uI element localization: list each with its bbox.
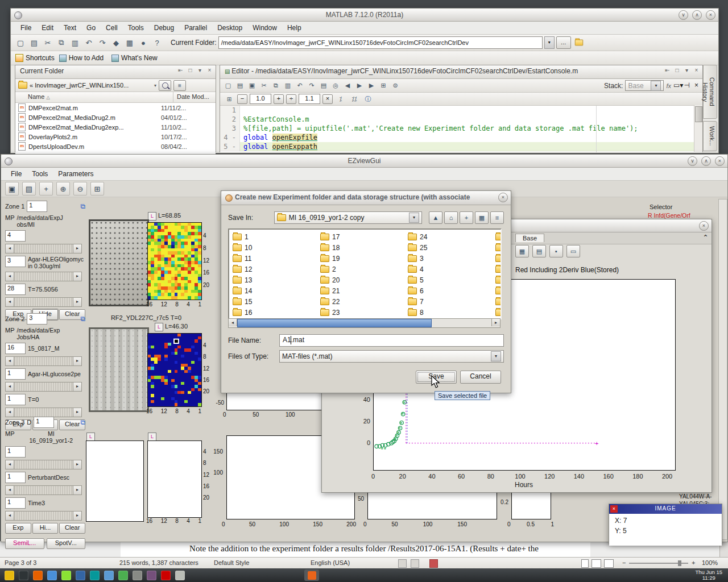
search-icon[interactable] bbox=[159, 80, 171, 91]
zoom-level[interactable]: 100% bbox=[702, 559, 718, 566]
word-count[interactable]: 215 words, 1,387 characters bbox=[119, 559, 198, 566]
close-button[interactable] bbox=[699, 221, 709, 231]
editor-scrollbar[interactable] bbox=[694, 105, 702, 152]
scroll-left-icon[interactable] bbox=[229, 319, 237, 326]
folder-item[interactable]: 5 bbox=[408, 275, 427, 285]
document-modified-icon[interactable] bbox=[429, 559, 438, 568]
zone3-exp-button[interactable]: Exp bbox=[5, 523, 31, 534]
clock[interactable]: Thu Jun 15 11:29 bbox=[695, 569, 722, 581]
current-folder-input[interactable]: /media/data/EASY/InovImager_jwrCF_WINLin… bbox=[218, 36, 543, 49]
paste-icon[interactable]: ▥ bbox=[69, 36, 81, 49]
file-row[interactable]: DpertsUploadDev.m 08/04/2... bbox=[15, 142, 216, 151]
cancel-button[interactable]: Cancel bbox=[460, 371, 501, 384]
zone1-field2[interactable]: 3 bbox=[5, 256, 26, 267]
grid-view-icon[interactable]: ▦ bbox=[475, 211, 489, 224]
folder-list[interactable]: 110111213141516 171819220212223 24253456… bbox=[228, 228, 502, 319]
zone1-slider2[interactable] bbox=[5, 272, 82, 281]
zone3-field3[interactable]: 1 bbox=[5, 497, 26, 509]
selector-item[interactable]: R Infd(Gene/Orf bbox=[648, 212, 690, 219]
link-icon[interactable]: ⧉ bbox=[80, 418, 85, 426]
folder-item[interactable]: 25 bbox=[408, 242, 427, 253]
side-tab[interactable]: Command History bbox=[703, 65, 717, 119]
system-monitor-icon[interactable] bbox=[161, 571, 171, 580]
info-icon[interactable]: ⓘ bbox=[362, 94, 374, 104]
zone2-field2[interactable]: 1 bbox=[5, 368, 26, 380]
maximize-panel-icon[interactable]: □ bbox=[673, 67, 681, 74]
editor-layout-icon[interactable]: ▭▾ bbox=[673, 82, 681, 89]
minimize-button[interactable] bbox=[688, 156, 697, 166]
run-icon[interactable]: ▶ bbox=[366, 80, 377, 92]
print-icon[interactable]: ▤ bbox=[318, 80, 329, 92]
overwrite-mode-icon[interactable] bbox=[411, 559, 419, 568]
selection-mode-icon[interactable] bbox=[398, 559, 407, 568]
save-in-dropdown[interactable]: MI 16_0919_yor1-2 copy bbox=[274, 211, 422, 224]
scrollbar-thumb[interactable] bbox=[695, 106, 702, 122]
file-manager-icon[interactable] bbox=[47, 571, 57, 580]
dropdown-arrow-icon[interactable] bbox=[491, 351, 501, 361]
image-viewer-icon[interactable] bbox=[147, 571, 156, 580]
cut-icon[interactable]: ✂ bbox=[258, 80, 270, 92]
back-icon[interactable]: ◀ bbox=[342, 80, 353, 92]
editor-code[interactable]: 12%EstartConsole.m3%[file,path] = uiputf… bbox=[220, 106, 702, 152]
matlab-titlebar[interactable]: MATLAB 7.12.0 (R2011a) bbox=[11, 9, 718, 22]
office-writer-icon[interactable] bbox=[104, 571, 114, 580]
code-line[interactable]: 3%[file,path] = uiputfile('.mat','Create… bbox=[220, 124, 702, 133]
menu-item[interactable]: Tools bbox=[123, 22, 149, 34]
side-tab[interactable]: Work... bbox=[703, 121, 717, 151]
profiler-icon[interactable]: ● bbox=[137, 36, 150, 49]
file-name-input[interactable]: A1.mat bbox=[279, 334, 504, 347]
zone3-slider1[interactable] bbox=[5, 460, 82, 469]
maximize-button[interactable] bbox=[701, 156, 711, 166]
shortcut-item[interactable]: What's New bbox=[111, 54, 158, 62]
files-of-type-dropdown[interactable]: MAT-files (*.mat) bbox=[279, 350, 504, 363]
menu-item[interactable]: Parameters bbox=[53, 168, 98, 180]
zone3-right-l-toggle[interactable]: L bbox=[148, 433, 156, 441]
text-editor-icon[interactable] bbox=[61, 571, 71, 580]
undo-icon[interactable]: ↶ bbox=[82, 36, 95, 49]
scroll-right-icon[interactable] bbox=[491, 319, 500, 326]
save-icon[interactable]: ▣ bbox=[5, 182, 19, 196]
column-header-name[interactable]: Name △ bbox=[15, 92, 173, 102]
list-view-icon[interactable]: ≡ bbox=[490, 211, 504, 224]
dialog-titlebar[interactable]: Create new Experiment folder and data st… bbox=[221, 191, 511, 205]
folder-item[interactable]: 19 bbox=[320, 253, 340, 264]
menu-item[interactable]: File bbox=[6, 168, 27, 180]
folder-item[interactable]: 13 bbox=[233, 275, 252, 285]
zone1-field1[interactable]: 4 bbox=[5, 230, 26, 242]
menu-item[interactable]: Desktop bbox=[212, 22, 247, 34]
folder-item[interactable]: 15 bbox=[233, 296, 252, 307]
multi-page-view-icon[interactable] bbox=[592, 559, 601, 568]
menu-item[interactable]: Window bbox=[247, 22, 282, 34]
forward-icon[interactable]: ▶ bbox=[354, 80, 365, 92]
help-icon[interactable]: ? bbox=[151, 36, 163, 49]
folder-item[interactable]: 21 bbox=[320, 285, 340, 296]
dropdown-arrow-icon[interactable] bbox=[409, 213, 419, 223]
folder-item[interactable]: 20 bbox=[320, 275, 340, 285]
zone3-index-field[interactable]: 1 bbox=[34, 417, 54, 428]
folder-item[interactable]: 11 bbox=[233, 253, 252, 264]
publish-icon[interactable]: ⊞ bbox=[378, 80, 389, 92]
app-menu-icon[interactable] bbox=[5, 571, 14, 580]
settings-icon[interactable] bbox=[175, 571, 185, 580]
cell-value-1[interactable]: 1.0 bbox=[250, 94, 271, 104]
minimize-button[interactable] bbox=[679, 10, 688, 20]
active-window-button[interactable] bbox=[304, 569, 319, 581]
multiply-value-button[interactable]: × bbox=[322, 94, 333, 104]
percent-icon[interactable]: ⁒ bbox=[335, 94, 346, 104]
code-line[interactable]: 1 bbox=[220, 106, 702, 115]
file-row[interactable]: DMPexcel2mat_MediaDrug2.m 04/01/2... bbox=[15, 113, 216, 122]
folder-item[interactable] bbox=[495, 231, 502, 242]
book-view-icon[interactable] bbox=[604, 559, 614, 568]
mail-icon[interactable] bbox=[90, 571, 100, 580]
semilog-button[interactable]: SemiL... bbox=[5, 538, 44, 549]
menu-item[interactable]: Parallel bbox=[179, 22, 212, 34]
dock-icon[interactable]: ▪ bbox=[549, 245, 563, 257]
increase-value-button[interactable]: + bbox=[274, 94, 284, 104]
ezviewgui-titlebar[interactable]: EZviewGui bbox=[1, 155, 727, 168]
folder-item[interactable] bbox=[495, 296, 502, 307]
zone3-left-l-toggle[interactable]: L bbox=[86, 433, 95, 441]
comment-icon[interactable]: ⁒⁒ bbox=[349, 94, 360, 104]
folder-item[interactable] bbox=[495, 264, 502, 275]
zone1-index-field[interactable]: 1 bbox=[27, 201, 47, 212]
panel-menu-icon[interactable]: ▾ bbox=[683, 67, 690, 74]
